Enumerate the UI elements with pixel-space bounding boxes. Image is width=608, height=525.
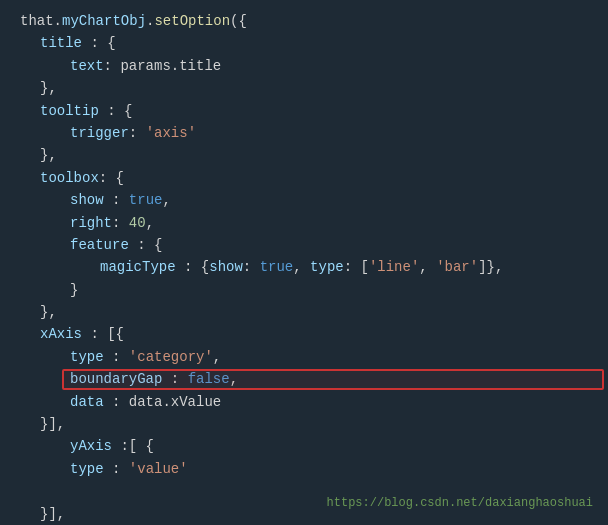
- code-line-17: boundaryGap : false,: [0, 368, 608, 390]
- code-token: :: [112, 212, 129, 234]
- code-line-2: title : {: [0, 32, 608, 54]
- code-token: : [{: [82, 323, 124, 345]
- code-line-1: that.myChartObj.setOption({: [0, 10, 608, 32]
- code-token: ,: [293, 256, 310, 278]
- watermark: https://blog.csdn.net/daxianghaoshuai: [327, 494, 593, 513]
- code-token: ,: [419, 256, 436, 278]
- code-token: trigger: [70, 122, 129, 144]
- code-line-20: yAxis :[ {: [0, 435, 608, 457]
- code-token: },: [40, 144, 57, 166]
- code-token: :: [162, 368, 187, 390]
- code-token: },: [40, 301, 57, 323]
- code-token: },: [40, 77, 57, 99]
- code-line-6: trigger: 'axis': [0, 122, 608, 144]
- code-token: :[ {: [112, 435, 154, 457]
- code-token: 40: [129, 212, 146, 234]
- code-token: 'line': [369, 256, 419, 278]
- code-token: show: [70, 189, 104, 211]
- code-line-14: },: [0, 301, 608, 323]
- code-line-4: },: [0, 77, 608, 99]
- code-line-21: type : 'value': [0, 458, 608, 480]
- code-token: : {: [99, 167, 124, 189]
- code-line-13: }: [0, 279, 608, 301]
- code-token: right: [70, 212, 112, 234]
- code-token: true: [129, 189, 163, 211]
- code-token: : {: [82, 32, 116, 54]
- code-line-18: data : data.xValue: [0, 391, 608, 413]
- code-line-19: }],: [0, 413, 608, 435]
- code-token: : {: [176, 256, 210, 278]
- code-token: .: [54, 10, 62, 32]
- code-token: toolbox: [40, 167, 99, 189]
- code-token: ,: [146, 212, 154, 234]
- code-token: 'category': [129, 346, 213, 368]
- code-token: ]},: [478, 256, 503, 278]
- code-token: boundaryGap: [70, 368, 162, 390]
- code-line-12: magicType : {show: true, type: ['line', …: [0, 256, 608, 278]
- code-line-16: type : 'category',: [0, 346, 608, 368]
- code-token: ({: [230, 10, 247, 32]
- code-line-8: toolbox: {: [0, 167, 608, 189]
- code-token: show: [209, 256, 243, 278]
- code-token: }],: [40, 413, 65, 435]
- code-token: type: [70, 458, 104, 480]
- code-token: :: [129, 122, 146, 144]
- code-token: that: [20, 10, 54, 32]
- code-token: setOption: [154, 10, 230, 32]
- code-line-10: right: 40,: [0, 212, 608, 234]
- code-token: : [: [344, 256, 369, 278]
- code-token: 'bar': [436, 256, 478, 278]
- code-token: false: [188, 368, 230, 390]
- code-token: 'value': [129, 458, 188, 480]
- code-token: type: [70, 346, 104, 368]
- code-token: ,: [162, 189, 170, 211]
- code-token: data: [70, 391, 104, 413]
- code-token: 'axis': [146, 122, 196, 144]
- code-token: }: [70, 279, 78, 301]
- code-token: :: [104, 458, 129, 480]
- code-token: ,: [213, 346, 221, 368]
- code-line-15: xAxis : [{: [0, 323, 608, 345]
- code-token: ,: [230, 368, 238, 390]
- code-token: true: [260, 256, 294, 278]
- code-editor: that.myChartObj.setOption({ title : { te…: [0, 0, 608, 525]
- code-token: :: [243, 256, 260, 278]
- code-token: :: [104, 346, 129, 368]
- code-token: tooltip: [40, 100, 99, 122]
- code-token: feature: [70, 234, 129, 256]
- code-line-11: feature : {: [0, 234, 608, 256]
- code-token: title: [40, 32, 82, 54]
- code-token: myChartObj: [62, 10, 146, 32]
- code-token: yAxis: [70, 435, 112, 457]
- code-token: : {: [99, 100, 133, 122]
- code-token: .: [146, 10, 154, 32]
- code-token: : {: [129, 234, 163, 256]
- code-token: :: [104, 189, 129, 211]
- code-line-9: show : true,: [0, 189, 608, 211]
- code-line-7: },: [0, 144, 608, 166]
- code-token: text: [70, 55, 104, 77]
- code-token: xAxis: [40, 323, 82, 345]
- code-token: : data.xValue: [104, 391, 222, 413]
- code-token: type: [310, 256, 344, 278]
- code-token: magicType: [100, 256, 176, 278]
- code-line-5: tooltip : {: [0, 100, 608, 122]
- code-token: }],: [40, 503, 65, 525]
- code-token: : params.title: [104, 55, 222, 77]
- code-line-3: text: params.title: [0, 55, 608, 77]
